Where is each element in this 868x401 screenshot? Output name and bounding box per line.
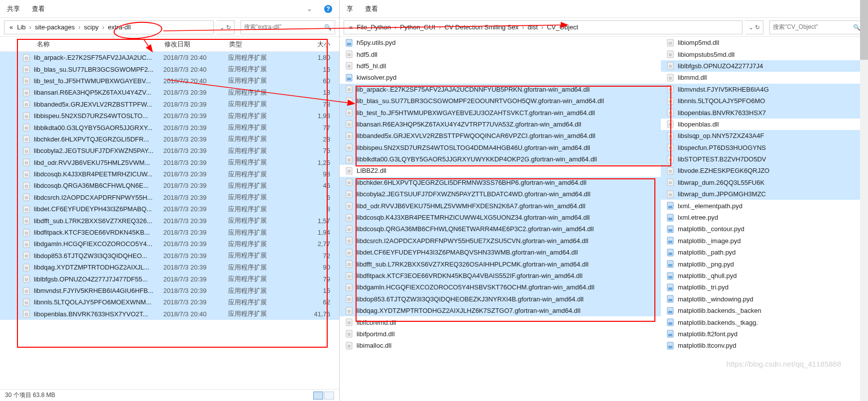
crumb-4[interactable]: dist: [526, 23, 540, 31]
file-row[interactable]: libopenblas.BNVRK7633HSX7: [661, 107, 868, 118]
file-row[interactable]: matplotlib._png.pyd: [661, 258, 868, 269]
file-row[interactable]: libmmd.dll: [661, 72, 868, 83]
file-row[interactable]: libwrap_dum.JPPGMGH3MZC: [661, 188, 868, 200]
file-row[interactable]: hdf5.dll: [340, 48, 661, 60]
file-row[interactable]: libchkder.6HLXPVTQJEGRZGLI5DFR...2018/7/…: [0, 134, 339, 145]
file-row[interactable]: libnnls.5LTQOLAJY5PFO6MO: [661, 95, 868, 107]
file-row[interactable]: matplotlib.backends._tkagg.: [661, 316, 868, 328]
file-row[interactable]: libbispeu.5N2XSD7URZS4WTOSLTO...2018/7/3…: [0, 110, 339, 122]
file-row[interactable]: matplotlib._tri.pyd: [661, 281, 868, 293]
scrollbar-thumb[interactable]: [860, 0, 868, 60]
breadcrumb[interactable]: « File_Python› Python_GUI› CV Detection …: [344, 20, 743, 34]
search-input[interactable]: 搜索"extra-dll"🔍: [241, 20, 335, 34]
file-row[interactable]: libcobyla2.JEGTSUUFJ7DFXWZN5PAY...2018/7…: [0, 145, 339, 156]
help-icon[interactable]: ?: [324, 5, 332, 13]
file-row[interactable]: libdcsrch.I2AOPDCXAPDRFNPWY55H5UE7XZSU5C…: [340, 235, 661, 247]
file-row[interactable]: libifportmd.dll: [340, 328, 661, 340]
file-row[interactable]: libnnls.5LTQOLAJY5PFO6MOEXWNM...2018/7/3…: [0, 296, 339, 308]
file-row[interactable]: lxml.etree.pyd: [661, 212, 868, 223]
file-row[interactable]: libd_odr.RVVJB6VEKU75HMLZ5VWMHFXDESN2K6A…: [340, 200, 661, 211]
file-row[interactable]: libdfitpack.KTCF3EOE66VRDKN45KB...2018/7…: [0, 227, 339, 238]
file-row[interactable]: lib_test_fo.JF5HTWMUPBXWGAYEBVEJU3OZAHTS…: [340, 107, 661, 118]
crumb-2[interactable]: Python_GUI: [398, 23, 437, 31]
file-column-a[interactable]: h5py.utils.pydhdf5.dllhdf5_hl.dllkiwisol…: [340, 37, 661, 401]
file-row[interactable]: matplotlib.ttconv.pyd: [661, 340, 868, 351]
crumb-3[interactable]: CV Detection Smiling Sex: [442, 23, 520, 31]
file-row[interactable]: liblbfgsb.OPNUZO4Z277J7J4: [661, 60, 868, 72]
file-row[interactable]: libbanded5x.GRJEXVLV2RZBSTTPFW...2018/7/…: [0, 99, 339, 110]
file-row[interactable]: lib_arpack-.E27K2SF75AFV2JAJA2UCDNNFYUB5…: [340, 84, 661, 95]
file-row[interactable]: libdcosqb.K4J3XBR4PEETMRHZICUW...2018/7/…: [0, 168, 339, 180]
file-row[interactable]: libdcosqb.QRGA36MB6CFHWLQN6ETWARR4M4E6P3…: [340, 223, 661, 235]
file-row[interactable]: libcobyla2.JEGTSUUFJ7DFXWZN5PAYZTTLBDATC…: [340, 188, 661, 200]
file-row[interactable]: libblkdta00.G3LQYBY5GAOR5JJGRXY...2018/7…: [0, 122, 339, 133]
col-date[interactable]: 修改日期: [164, 40, 229, 49]
file-row[interactable]: matplotlib.ft2font.pyd: [661, 328, 868, 340]
tab-view[interactable]: 查看: [32, 4, 45, 13]
file-row[interactable]: libslsqp_op.NNY57ZXZ43A4F: [661, 130, 868, 141]
col-type[interactable]: 类型: [229, 40, 289, 49]
col-name[interactable]: 名称: [17, 40, 164, 49]
file-row[interactable]: libbanded5x.GRJEXVLV2RZBSTTPFWQOQINCAR6V…: [340, 130, 661, 141]
file-row[interactable]: libdcosqb.QRGA36MB6CFHWLQN6E...2018/7/3 …: [0, 180, 339, 191]
file-row[interactable]: libiompstubs5md.dll: [661, 48, 868, 60]
file-row[interactable]: libimalloc.dll: [340, 340, 661, 351]
crumb-1[interactable]: File_Python: [355, 23, 393, 31]
tab-share[interactable]: 享: [347, 4, 353, 13]
crumb-extra-dll[interactable]: extra-dll: [106, 23, 132, 31]
file-column-b[interactable]: libiomp5md.dlllibiompstubs5md.dllliblbfg…: [661, 37, 868, 401]
file-row[interactable]: libopenblas.BNVRK7633HSX7YVO2T...2018/7/…: [0, 308, 339, 320]
file-list[interactable]: lib_arpack-.E27K2SF75AFV2JAJA2UC...2018/…: [0, 52, 339, 389]
file-row[interactable]: matplotlib._contour.pyd: [661, 223, 868, 235]
crumb-5[interactable]: CV_Object: [545, 23, 580, 31]
file-row[interactable]: kiwisolver.pyd: [340, 72, 661, 83]
ribbon-chevron-icon[interactable]: ⌄: [307, 5, 312, 12]
file-row[interactable]: libdet.CF6EYFUDEYPH43I3Z6PMABQ...2018/7/…: [0, 203, 339, 215]
crumb-prev[interactable]: «: [347, 23, 355, 31]
file-row[interactable]: libblkdta00.G3LQYBY5GAOR5JJGRXYUWYKKDP4O…: [340, 153, 661, 165]
file-row[interactable]: matplotlib._qhull.pyd: [661, 270, 868, 281]
tab-share[interactable]: 共享: [7, 4, 20, 13]
tab-view[interactable]: 查看: [365, 4, 378, 13]
file-row[interactable]: h5py.utils.pyd: [340, 37, 661, 48]
crumb-scipy[interactable]: scipy: [82, 23, 101, 31]
address-dropdown-icon[interactable]: ⌄ ↻: [217, 20, 235, 34]
file-row[interactable]: libdgamln.HCGQFIEXCOZOROCO5Y4HSBVSKT76OC…: [340, 281, 661, 293]
file-row[interactable]: libansari.R6EA3HQP5KZ6TAXU4Y4ZV...2018/7…: [0, 87, 339, 98]
file-row[interactable]: libiomp5md.dll: [661, 37, 868, 48]
file-row[interactable]: matplotlib._image.pyd: [661, 235, 868, 247]
crumb-prev[interactable]: «: [7, 23, 15, 31]
file-row[interactable]: lib_arpack-.E27K2SF75AFV2JAJA2UC...2018/…: [0, 52, 339, 63]
file-row[interactable]: libdet.CF6EYFUDEYPH43I3Z6PMABQVSHN33WMB.…: [340, 247, 661, 258]
col-size[interactable]: 大小: [289, 40, 339, 49]
file-row[interactable]: libdqag.XYDTZMPTRTODHGZ2AIXJL...2018/7/3…: [0, 262, 339, 273]
file-row[interactable]: libmvndst.FJYIV5KRHEB6IA4GIU6HFB...2018/…: [0, 285, 339, 296]
file-row[interactable]: liblbfgsb.OPNUZO4Z277J7J477DF55...2018/7…: [0, 273, 339, 284]
file-row[interactable]: lib_blas_su.SU77LBR3GCSGWOMPF2EOOUNRTVGO…: [340, 95, 661, 107]
file-row[interactable]: libdop853.6TJTQZW3I3Q3QIDQHEO...2018/7/3…: [0, 250, 339, 262]
file-row[interactable]: libansari.R6EA3HQP5KZ6TAXU4Y4ZVTRPT7UVA5…: [340, 119, 661, 130]
file-row[interactable]: libdfft_sub.L7RK2BXXS6VZ7XREQ326...2018/…: [0, 215, 339, 226]
address-dropdown-icon[interactable]: ⌄ ↻: [745, 20, 763, 34]
file-row[interactable]: libopenblas.dll: [661, 119, 868, 130]
file-row[interactable]: lxml._elementpath.pyd: [661, 200, 868, 211]
crumb-lib[interactable]: Lib: [15, 23, 27, 31]
file-row[interactable]: libd_odr.RVVJB6VEKU75HMLZ5VWM...2018/7/3…: [0, 157, 339, 168]
file-row[interactable]: libdgamln.HCGQFIEXCOZOROCO5Y4...2018/7/3…: [0, 238, 339, 250]
file-row[interactable]: matplotlib._windowing.pyd: [661, 293, 868, 305]
file-row[interactable]: libbispeu.5N2XSD7URZS4WTOSLTOG4DDMA4HGB4…: [340, 142, 661, 153]
crumb-site-packages[interactable]: site-packages: [33, 23, 77, 31]
file-row[interactable]: libdqag.XYDTZMPTRTODHGZ2AIXJLHZ6K7SZTGO7…: [340, 305, 661, 316]
scrollbar-vertical[interactable]: [860, 0, 868, 401]
file-row[interactable]: libwrap_dum.26QQ3L55FU6K: [661, 177, 868, 188]
file-row[interactable]: hdf5_hl.dll: [340, 60, 661, 72]
file-row[interactable]: LIBBZ2.dll: [340, 165, 661, 176]
file-row[interactable]: libdcsrch.I2AOPDCXAPDRFNPWY55H...2018/7/…: [0, 192, 339, 203]
breadcrumb[interactable]: « Lib› site-packages› scipy› extra-dll: [4, 20, 214, 34]
file-row[interactable]: libdop853.6TJTQZW3I3Q3QIDQHEOBEZKJ3NYRXI…: [340, 293, 661, 305]
file-row[interactable]: libmvndst.FJYIV5KRHEB6IA4G: [661, 84, 868, 95]
file-row[interactable]: libchkder.6HLXPVTQJEGRZGLI5DFRMNW3SS76BH…: [340, 177, 661, 188]
file-row[interactable]: lib_blas_su.SU77LBR3GCSGWOMPF2...2018/7/…: [0, 63, 339, 75]
file-row[interactable]: libvode.EZHESKPEGK6QRJZO: [661, 165, 868, 176]
file-row[interactable]: libspecfun.PT6DS3HUOGYNS: [661, 142, 868, 153]
